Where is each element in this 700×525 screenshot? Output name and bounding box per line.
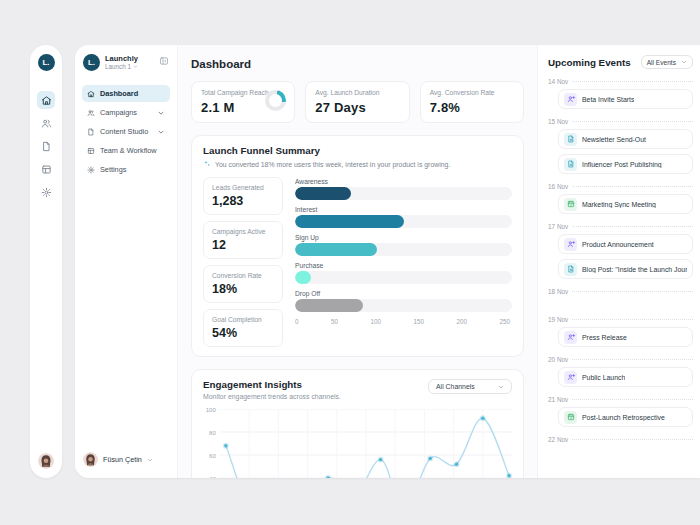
event-item[interactable]: Product Announcement [558, 234, 693, 254]
event-item[interactable]: Influencer Post Publishing [558, 154, 693, 174]
funnel-x-axis: 050100150200250 [295, 318, 512, 325]
gear-icon [41, 187, 52, 198]
funnel-metric-card: Leads Generated1,283 [203, 177, 283, 215]
sidebar-item-content-studio[interactable]: Content Studio [82, 123, 170, 140]
event-icon-chip [564, 158, 577, 171]
app-name: Launchly [105, 54, 138, 63]
date-divider [572, 81, 693, 82]
event-date: 19 Nov [548, 316, 568, 323]
main-content: Dashboard Total Campaign Reach2.1 MAvg. … [178, 45, 537, 478]
stat-value: 27 Days [315, 100, 399, 115]
bar-track [295, 187, 512, 200]
bar-label: Drop Off [295, 290, 512, 297]
event-item[interactable]: Blog Post: "Inside the Launch Journey" [558, 259, 693, 279]
funnel-bar-row: Sign Up [295, 234, 512, 256]
event-item[interactable]: Public Launch [558, 367, 693, 387]
document-icon [567, 135, 575, 143]
rail-item-users[interactable] [37, 114, 55, 132]
events-filter-dropdown[interactable]: All Events [641, 55, 693, 69]
workspace-switcher[interactable]: L. Launchly Launch 1 [82, 54, 170, 71]
event-date: 17 Nov [548, 223, 568, 230]
event-group: 22 Nov [548, 436, 693, 443]
y-tick-label: 80 [209, 429, 216, 436]
user-plus-icon [567, 373, 575, 381]
metric-value: 18% [212, 282, 274, 296]
event-date-row: 17 Nov [548, 223, 693, 230]
engagement-subtitle: Monitor engagement trends across channel… [203, 393, 341, 400]
sidebar-item-dashboard[interactable]: Dashboard [82, 85, 170, 102]
stat-label: Avg. Launch Duration [315, 89, 399, 96]
sidebar-item-campaigns[interactable]: Campaigns [82, 104, 170, 121]
channels-filter-dropdown[interactable]: All Channels [428, 379, 512, 394]
rail-item-file[interactable] [37, 137, 55, 155]
engagement-title: Engagement Insights [203, 379, 341, 390]
bar-label: Interest [295, 206, 512, 213]
event-date: 16 Nov [548, 183, 568, 190]
document-icon [567, 160, 575, 168]
event-item[interactable]: Marketing Sync Meeting [558, 194, 693, 214]
sidebar: L. Launchly Launch 1 DashboardCampaignsC… [75, 45, 178, 478]
y-tick-label: 100 [206, 406, 216, 413]
date-divider [572, 319, 693, 320]
bar-track [295, 215, 512, 228]
sidebar-item-label: Settings [100, 165, 126, 174]
event-group: 21 NovPost-Launch Retrospective [548, 396, 693, 427]
date-divider [572, 359, 693, 360]
event-icon-chip [564, 411, 577, 424]
bar-label: Awareness [295, 178, 512, 185]
date-divider [572, 121, 693, 122]
workspace-name[interactable]: Launch 1 [105, 63, 138, 70]
date-divider [572, 399, 693, 400]
funnel-metric-card: Conversion Rate18% [203, 265, 283, 303]
funnel-metric-card: Goal Completion54% [203, 309, 283, 347]
board-icon [41, 164, 52, 175]
engagement-chart: 100806040 [203, 409, 512, 478]
user-plus-icon [567, 333, 575, 341]
event-date-row: 18 Nov [548, 288, 693, 295]
date-divider [572, 226, 693, 227]
user-avatar[interactable] [38, 453, 54, 469]
chevron-down-icon [133, 64, 138, 69]
event-icon-chip [564, 133, 577, 146]
bar-fill [295, 215, 404, 228]
avatar [83, 452, 98, 467]
rail-item-gear[interactable] [37, 183, 55, 201]
chevron-down-icon [147, 457, 153, 463]
event-label: Public Launch [582, 374, 625, 381]
sidebar-item-settings[interactable]: Settings [82, 161, 170, 178]
event-item[interactable]: Newsletter Send-Out [558, 129, 693, 149]
metric-label: Conversion Rate [212, 272, 274, 279]
event-date-row: 14 Nov [548, 78, 693, 85]
event-item[interactable]: Post-Launch Retrospective [558, 407, 693, 427]
stats-row: Total Campaign Reach2.1 MAvg. Launch Dur… [191, 81, 524, 123]
y-tick-label: 60 [209, 452, 216, 459]
event-icon-chip [564, 93, 577, 106]
page-title: Dashboard [191, 58, 524, 70]
event-item[interactable]: Press Release [558, 327, 693, 347]
funnel-insight: You converted 18% more users this week, … [215, 161, 450, 168]
event-group: 16 NovMarketing Sync Meeting [548, 183, 693, 214]
board-icon [87, 147, 95, 155]
sidebar-item-team-workflow[interactable]: Team & Workflow [82, 142, 170, 159]
user-plus-icon [567, 240, 575, 248]
x-tick-label: 0 [295, 318, 299, 325]
collapse-sidebar-icon[interactable] [159, 56, 169, 66]
sidebar-nav: DashboardCampaignsContent StudioTeam & W… [82, 85, 170, 178]
funnel-card: Launch Funnel Summary You converted 18% … [191, 135, 524, 357]
funnel-bar-row: Awareness [295, 178, 512, 200]
date-divider [572, 186, 693, 187]
file-icon [87, 128, 95, 136]
stat-card: Total Campaign Reach2.1 M [191, 81, 295, 123]
rail-item-home[interactable] [37, 91, 55, 109]
event-group: 18 Nov [548, 288, 693, 295]
rail-nav [37, 91, 55, 201]
rail-item-board[interactable] [37, 160, 55, 178]
event-item[interactable]: Beta Invite Starts [558, 89, 693, 109]
stat-card: Avg. Conversion Rate7.8% [420, 81, 524, 123]
document-icon [567, 265, 575, 273]
gear-icon [87, 166, 95, 174]
x-tick-label: 250 [499, 318, 510, 325]
user-menu[interactable]: Füsun Çetin [82, 450, 170, 469]
metric-label: Campaigns Active [212, 228, 274, 235]
bar-fill [295, 271, 311, 284]
